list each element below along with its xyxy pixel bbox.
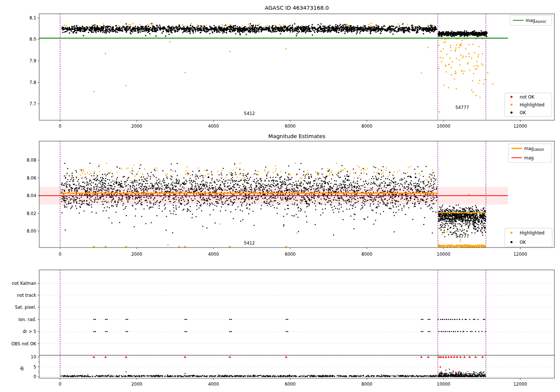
data-point	[482, 227, 483, 228]
dr-point	[114, 376, 115, 376]
legend-item-label: OK	[520, 110, 526, 115]
data-point	[357, 181, 358, 182]
data-point	[232, 205, 233, 206]
data-point	[282, 181, 283, 182]
y-tick-label: 8.1	[29, 15, 36, 21]
data-point	[233, 186, 234, 187]
data-point	[100, 31, 101, 32]
data-point	[70, 179, 71, 180]
data-point	[284, 209, 286, 210]
data-point	[408, 207, 409, 208]
data-point	[363, 197, 364, 198]
data-point	[265, 27, 267, 28]
data-point	[384, 185, 385, 186]
dr-point	[446, 376, 447, 376]
data-point	[468, 53, 470, 55]
not-ok-clipped-marker	[445, 356, 447, 358]
dr-point	[218, 376, 219, 376]
data-point	[314, 27, 316, 29]
data-point	[465, 224, 466, 225]
data-point	[214, 25, 215, 27]
data-point	[188, 200, 189, 202]
data-point	[332, 209, 333, 211]
data-point	[134, 191, 136, 192]
data-point	[217, 199, 218, 200]
data-point	[67, 168, 68, 169]
data-point	[252, 196, 253, 197]
data-point	[140, 31, 141, 33]
dr-point	[458, 376, 459, 377]
data-point	[215, 186, 216, 187]
data-point	[317, 188, 318, 189]
data-point	[424, 217, 425, 218]
dr-point	[206, 376, 207, 377]
data-point	[169, 30, 171, 31]
data-point	[427, 184, 428, 185]
data-point	[178, 199, 180, 200]
dr-point	[386, 376, 386, 376]
data-point	[459, 59, 460, 61]
data-point	[464, 32, 465, 34]
dr-point	[253, 376, 254, 376]
data-point	[116, 178, 117, 180]
dr-point	[307, 376, 307, 376]
data-point	[232, 180, 233, 181]
highlighted-point	[427, 47, 429, 49]
data-point	[123, 187, 124, 188]
data-point	[299, 31, 300, 32]
dr-point	[122, 376, 123, 377]
x-tick-label: 10000	[437, 124, 451, 129]
data-point	[382, 27, 383, 29]
data-point	[378, 169, 379, 170]
data-point	[319, 192, 320, 193]
data-point	[116, 181, 117, 182]
data-point	[258, 183, 259, 184]
data-point	[230, 180, 231, 181]
data-point	[183, 177, 184, 178]
data-point	[172, 205, 174, 206]
data-point	[447, 223, 448, 224]
data-point	[431, 185, 432, 186]
dr-point	[156, 375, 157, 376]
data-point	[72, 27, 74, 28]
data-point	[292, 31, 294, 33]
data-point	[94, 173, 95, 174]
data-point	[101, 186, 102, 187]
data-point	[224, 181, 225, 182]
data-point	[328, 171, 329, 172]
data-point	[239, 163, 240, 164]
data-point	[76, 192, 77, 193]
data-point	[135, 28, 136, 30]
dr-point	[467, 371, 468, 372]
data-point	[286, 200, 287, 202]
data-point	[207, 203, 208, 205]
highlighted-points	[64, 23, 494, 113]
data-point	[406, 199, 407, 200]
data-point	[111, 197, 112, 198]
data-point	[482, 213, 483, 214]
data-point	[408, 188, 409, 189]
data-point	[483, 218, 485, 219]
data-point	[344, 194, 345, 195]
data-point	[67, 198, 68, 199]
dr-point	[429, 375, 430, 376]
data-point	[154, 28, 156, 30]
dr-point	[162, 375, 162, 376]
data-point	[235, 172, 236, 173]
data-point	[444, 217, 445, 218]
data-point	[328, 189, 329, 190]
not-ok-clipped-marker	[469, 356, 471, 358]
data-point	[431, 181, 432, 182]
data-point	[378, 194, 379, 195]
data-point	[250, 23, 251, 25]
data-point	[178, 206, 180, 208]
data-point	[426, 201, 427, 202]
data-point	[459, 64, 461, 66]
data-point	[374, 184, 376, 185]
flag-row-label: not track	[17, 293, 36, 298]
data-point	[434, 189, 435, 190]
data-point	[377, 31, 379, 32]
data-point	[158, 185, 159, 186]
data-point	[405, 194, 406, 195]
dr-point	[172, 376, 172, 377]
